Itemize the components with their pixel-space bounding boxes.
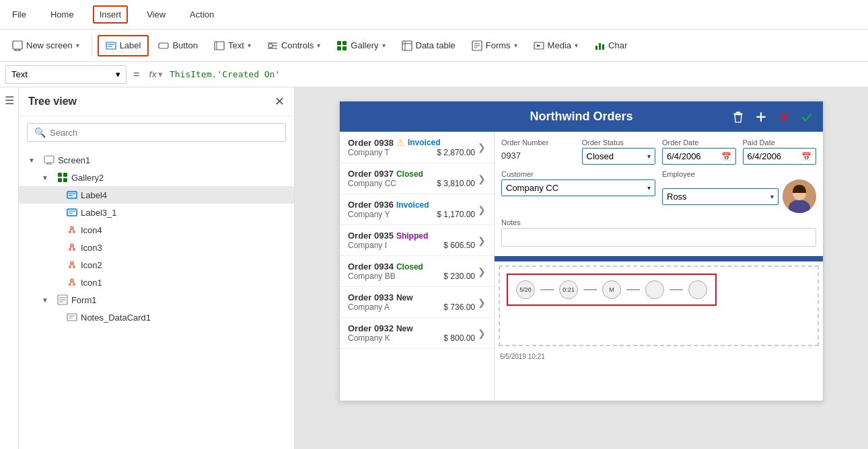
employee-select[interactable]: Ross ▾ xyxy=(662,188,779,205)
chevron-form1: ▼ xyxy=(42,296,48,304)
trash-icon-btn[interactable] xyxy=(729,108,748,126)
order-company-0937: Company CC xyxy=(348,179,396,188)
employee-select-caret: ▾ xyxy=(770,193,774,200)
customer-select[interactable]: Company CC ▾ xyxy=(501,179,655,196)
notes-input[interactable] xyxy=(501,228,816,247)
tree-item-screen1[interactable]: ▼ Screen1 xyxy=(19,151,294,169)
menu-view[interactable]: View xyxy=(141,7,171,22)
menu-action[interactable]: Action xyxy=(184,7,219,22)
label-line-3 xyxy=(626,289,640,290)
sidebar-toggle[interactable]: ☰ xyxy=(0,87,19,449)
order-status-0938: Invoiced xyxy=(408,138,441,147)
svg-rect-40 xyxy=(67,209,77,216)
svg-line-56 xyxy=(71,264,72,266)
order-item-0937[interactable]: Order 0937 Closed Company CC $ 3,810.00 … xyxy=(340,163,494,194)
svg-rect-33 xyxy=(58,173,62,177)
forms-button[interactable]: Forms ▾ xyxy=(465,36,524,55)
tree-label-notes-datacard1: Notes_DataCard1 xyxy=(81,313,151,323)
tree-item-form1[interactable]: ▼ Form1 xyxy=(19,291,294,309)
order-status-select[interactable]: Closed ▾ xyxy=(582,148,656,165)
tree-items: ▼ Screen1 ▼ Gallery2 xyxy=(19,149,294,449)
tree-label-icon3: Icon3 xyxy=(81,243,102,253)
toolbar: New screen ▾ Label Button Text ▾ Control… xyxy=(0,30,868,62)
order-info-0932: Order 0932 New Company K $ 800.00 xyxy=(348,323,475,343)
tree-item-label4[interactable]: Label4 xyxy=(19,186,294,204)
menu-file[interactable]: File xyxy=(7,7,32,22)
equals-sign: = xyxy=(131,69,142,81)
tree-item-icon4[interactable]: Icon4 xyxy=(19,221,294,239)
order-chevron-0935: ❯ xyxy=(478,235,486,246)
label-button[interactable]: Label xyxy=(98,35,149,56)
label-line-4 xyxy=(670,289,683,290)
tree-item-label3_1[interactable]: Label3_1 xyxy=(19,204,294,221)
order-status-0933: New xyxy=(396,293,413,302)
tree-label-label3_1: Label3_1 xyxy=(81,208,117,218)
media-button[interactable]: Media ▾ xyxy=(527,36,585,55)
check-icon-btn[interactable] xyxy=(797,108,816,126)
svg-line-47 xyxy=(73,229,74,231)
paid-date-field: Paid Date 6/4/2006 📅 xyxy=(743,138,817,165)
order-item-0933[interactable]: Order 0933 New Company A $ 736.00 ❯ xyxy=(340,287,494,318)
order-item-0934[interactable]: Order 0934 Closed Company BB $ 230.00 ❯ xyxy=(340,256,494,287)
tree-item-icon1[interactable]: Icon1 xyxy=(19,274,294,291)
search-box: 🔍 xyxy=(27,123,286,142)
button-button[interactable]: Button xyxy=(151,36,205,55)
order-number-0938: Order 0938 xyxy=(348,138,394,148)
paid-date-input[interactable]: 6/4/2006 📅 xyxy=(743,148,817,165)
svg-rect-70 xyxy=(736,112,741,113)
customer-select-caret: ▾ xyxy=(647,184,651,192)
order-date-input[interactable]: 6/4/2006 📅 xyxy=(662,148,736,165)
order-status-0934: Closed xyxy=(396,262,423,272)
menu-insert[interactable]: Insert xyxy=(93,5,129,24)
order-date-label: Order Date xyxy=(662,138,736,147)
order-item-0936[interactable]: Order 0936 Invoiced Company Y $ 1,170.00… xyxy=(340,194,494,225)
controls-button[interactable]: Controls ▾ xyxy=(260,36,327,55)
employee-field: Employee Ross ▾ xyxy=(662,170,816,213)
tree-item-gallery2[interactable]: ▼ Gallery2 xyxy=(19,169,294,186)
menu-home[interactable]: Home xyxy=(45,7,79,22)
canvas-area: Northwind Orders xyxy=(295,87,868,449)
sep1 xyxy=(92,35,92,56)
tree-item-icon3[interactable]: Icon3 xyxy=(19,239,294,256)
gallery-button[interactable]: Gallery ▾ xyxy=(330,36,392,55)
tree-item-notes-datacard1[interactable]: Notes_DataCard1 xyxy=(19,309,294,326)
chart-button[interactable]: Char xyxy=(587,36,634,55)
order-item-0935[interactable]: Order 0935 Shipped Company I $ 606.50 ❯ xyxy=(340,225,494,256)
order-status-0935: Shipped xyxy=(396,231,428,241)
order-info-0936: Order 0936 Invoiced Company Y $ 1,170.00 xyxy=(348,200,475,219)
svg-line-51 xyxy=(71,247,72,249)
formula-input[interactable]: ThisItem.'Created On' xyxy=(170,69,863,79)
tree-item-icon2[interactable]: Icon2 xyxy=(19,256,294,274)
tree-label-label4: Label4 xyxy=(81,190,107,200)
text-button[interactable]: Text ▾ xyxy=(207,36,258,55)
tree-close-button[interactable]: ✕ xyxy=(275,94,285,109)
check-icon xyxy=(801,111,813,123)
new-screen-button[interactable]: New screen ▾ xyxy=(5,36,86,55)
order-item-0932[interactable]: Order 0932 New Company K $ 800.00 ❯ xyxy=(340,318,494,349)
order-chevron-0936: ❯ xyxy=(478,204,486,215)
plus-icon-btn[interactable] xyxy=(752,108,770,126)
order-number-0933: Order 0933 xyxy=(348,292,394,302)
detail-row-1: Order Number 0937 Order Status Closed ▾ xyxy=(501,138,816,165)
order-item-0938[interactable]: Order 0938 ⚠ Invoiced Company T $ 2,870.… xyxy=(340,132,494,163)
close-icon-btn[interactable] xyxy=(774,108,793,126)
label-selected-box[interactable]: 5/20 0:21 M xyxy=(507,274,717,306)
tree-panel: Tree view ✕ 🔍 ▼ Screen1 ▼ xyxy=(19,87,295,449)
order-status-0937: Closed xyxy=(396,169,423,179)
data-table-button[interactable]: Data table xyxy=(395,36,462,55)
menu-bar: File Home Insert View Action xyxy=(0,0,868,30)
svg-rect-18 xyxy=(402,41,412,50)
forms-icon xyxy=(472,40,482,51)
search-input[interactable] xyxy=(50,128,279,138)
svg-rect-7 xyxy=(159,43,168,48)
order-status-field: Order Status Closed ▾ xyxy=(582,138,656,165)
avatar-image xyxy=(783,179,816,213)
svg-rect-36 xyxy=(63,178,67,182)
notes-label: Notes xyxy=(501,218,816,227)
order-amount-0933: $ 736.00 xyxy=(443,302,475,312)
formula-dropdown[interactable]: Text ▾ xyxy=(5,65,126,84)
order-company-0934: Company BB xyxy=(348,272,396,281)
order-company-0933: Company A xyxy=(348,302,390,312)
order-amount-0936: $ 1,170.00 xyxy=(437,210,475,219)
order-status-0932: New xyxy=(396,324,413,333)
